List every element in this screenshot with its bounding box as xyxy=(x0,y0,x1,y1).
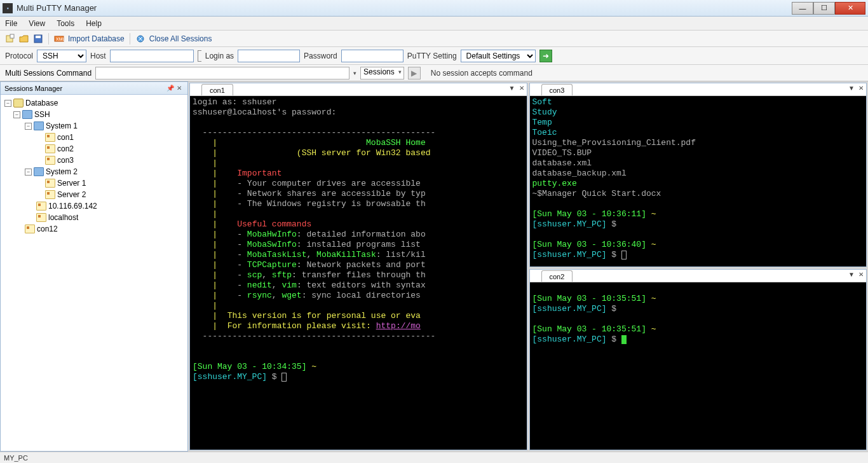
titlebar: ▪ Multi PuTTY Manager — ☐ ✕ xyxy=(0,0,868,17)
tab-con1[interactable]: con1 xyxy=(201,84,233,95)
toolbar-main: XML Import Database Close All Sessions xyxy=(0,31,868,47)
pane-dropdown-icon[interactable]: ▼ xyxy=(509,85,515,92)
panel-header: Sessions Manager 📌 ✕ xyxy=(1,82,187,95)
panel-close-icon[interactable]: ✕ xyxy=(175,85,184,92)
terminal-con1[interactable]: login as: sshuser sshuser@localhost's pa… xyxy=(190,96,527,450)
tree-con12[interactable]: con12 xyxy=(2,223,186,235)
send-command-button[interactable]: ▶ xyxy=(408,67,421,79)
menubar: File View Tools Help xyxy=(0,17,868,31)
connect-button[interactable]: ➜ xyxy=(539,50,552,62)
menu-view[interactable]: View xyxy=(29,19,45,28)
pane-con3: con3 ▼ ✕ Soft Study Temp Toeic Using_the… xyxy=(529,83,867,267)
xml-icon[interactable]: XML xyxy=(54,34,64,44)
terminal-con2[interactable]: [Sun May 03 - 10:35:51] ~ [sshuser.MY_PC… xyxy=(530,282,867,450)
app-icon: ▪ xyxy=(3,3,13,13)
open-folder-icon[interactable] xyxy=(19,34,29,44)
sessions-dropdown[interactable]: Sessions xyxy=(360,67,404,79)
window-title: Multi PuTTY Manager xyxy=(17,3,792,13)
pane-con1: con1 ▼ ✕ login as: sshuser sshuser@local… xyxy=(189,83,527,450)
tree-con2[interactable]: con2 xyxy=(2,143,186,155)
tree-system1[interactable]: −System 1 xyxy=(2,120,186,132)
host-label: Host xyxy=(90,52,106,60)
save-icon[interactable] xyxy=(33,34,43,44)
menu-help[interactable]: Help xyxy=(86,19,102,28)
putty-setting-label: PuTTY Setting xyxy=(407,52,457,60)
tree-server1[interactable]: Server 1 xyxy=(2,177,186,189)
tree-database[interactable]: −Database xyxy=(2,97,186,109)
close-button[interactable]: ✕ xyxy=(835,2,865,15)
menu-file[interactable]: File xyxy=(5,19,17,28)
pane-close-icon[interactable]: ✕ xyxy=(858,271,864,278)
pane-close-icon[interactable]: ✕ xyxy=(858,85,864,92)
minimize-button[interactable]: — xyxy=(792,2,813,15)
multi-command-label: Multi Sessions Command xyxy=(5,69,92,78)
pane-dropdown-icon[interactable]: ▼ xyxy=(848,85,855,92)
login-input[interactable] xyxy=(238,50,300,62)
tree-server2[interactable]: Server 2 xyxy=(2,189,186,200)
statusbar: MY_PC xyxy=(0,452,868,463)
tree-localhost[interactable]: localhost xyxy=(2,212,186,223)
toolbar-multisession: Multi Sessions Command ▾ Sessions ▶ No s… xyxy=(0,65,868,81)
tree-system2[interactable]: −System 2 xyxy=(2,166,186,177)
toolbar-connection: Protocol SSH Host Login as Password PuTT… xyxy=(0,47,868,65)
panel-title: Sessions Manager xyxy=(4,85,166,92)
tree-con3[interactable]: con3 xyxy=(2,155,186,166)
password-input[interactable] xyxy=(341,50,403,62)
password-label: Password xyxy=(304,52,337,60)
protocol-label: Protocol xyxy=(5,52,33,60)
tab-con3[interactable]: con3 xyxy=(541,84,573,95)
tree-ip[interactable]: 10.116.69.142 xyxy=(2,200,186,212)
terminal-area: con1 ▼ ✕ login as: sshuser sshuser@local… xyxy=(188,81,868,452)
pane-close-icon[interactable]: ✕ xyxy=(519,85,524,92)
svg-text:XML: XML xyxy=(56,37,64,41)
maximize-button[interactable]: ☐ xyxy=(813,2,835,15)
multi-command-input[interactable] xyxy=(95,67,349,79)
pane-con2: con2 ▼ ✕ [Sun May 03 - 10:35:51] ~ [sshu… xyxy=(529,269,867,450)
tree-ssh[interactable]: −SSH xyxy=(2,109,186,120)
close-sessions-icon[interactable] xyxy=(135,34,146,44)
multi-command-status: No session accepts command xyxy=(431,69,532,78)
protocol-select[interactable]: SSH xyxy=(37,50,86,62)
tree-con1[interactable]: con1 xyxy=(2,132,186,143)
svg-rect-1 xyxy=(10,34,14,38)
pin-icon[interactable]: 📌 xyxy=(166,85,175,92)
menu-tools[interactable]: Tools xyxy=(57,19,74,28)
host-input[interactable] xyxy=(110,50,194,62)
terminal-con3[interactable]: Soft Study Temp Toeic Using_the_Provisio… xyxy=(530,96,867,266)
sessions-manager-panel: Sessions Manager 📌 ✕ −Database −SSH −Sys… xyxy=(0,81,188,452)
import-database-button[interactable]: Import Database xyxy=(68,34,125,43)
login-label: Login as xyxy=(205,52,234,60)
close-all-sessions-button[interactable]: Close All Sessions xyxy=(149,34,212,43)
sessions-tree[interactable]: −Database −SSH −System 1 con1 con2 con3 … xyxy=(1,95,187,451)
putty-setting-select[interactable]: Default Settings xyxy=(461,50,536,62)
tab-con2[interactable]: con2 xyxy=(541,270,573,282)
status-text: MY_PC xyxy=(4,454,28,462)
svg-rect-3 xyxy=(36,36,41,38)
pane-dropdown-icon[interactable]: ▼ xyxy=(848,271,855,278)
new-db-icon[interactable] xyxy=(5,34,15,44)
